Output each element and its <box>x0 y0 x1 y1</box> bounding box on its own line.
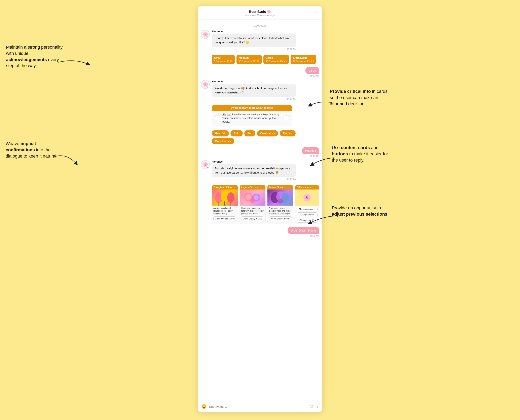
diff-recs-header: Different recs <box>295 185 319 189</box>
arrow-2 <box>308 98 334 109</box>
chat-window: Best Buds 🌸 last seen 45 minutes ago ···… <box>198 6 322 412</box>
size-card-small-title: Small <box>214 56 232 59</box>
size-card-xl-title: Extra Large <box>293 56 314 59</box>
svg-point-7 <box>246 194 251 200</box>
svg-point-10 <box>250 198 255 203</box>
online-dot-2 <box>207 86 209 88</box>
dream-svg <box>268 189 293 206</box>
product-card-love: Legacy Of Love Show how much you care wi… <box>239 185 266 224</box>
user-time-large: 11:17 AM <box>310 75 319 77</box>
theme-carousel-text: Elegant: Beautiful and enchanting medley… <box>222 113 282 124</box>
user-message-heartfelt: Heartfelt 11:19 AM <box>201 147 319 157</box>
size-cards: Small 5 flowers for $6.99 Medium 10 flow… <box>212 55 319 64</box>
bot-bubble-wrap-2: Florence Wonderful, large it is 💐! And w… <box>212 80 296 100</box>
bot-message-3: 🌸 Florence Sounds lovely! Let me conjure… <box>201 160 319 180</box>
product-card-love-img <box>240 189 265 206</box>
svg-point-2 <box>227 192 235 203</box>
more-suggestions-button[interactable]: More suggestions <box>297 207 318 211</box>
product-card-tulips-desc: A warm selection of rainbow tulips. Happ… <box>212 206 238 217</box>
arrow-3 <box>54 153 78 167</box>
bot-avatar-3: 🌸 <box>201 160 210 169</box>
product-card-dream-img <box>268 189 293 206</box>
at-button[interactable]: @ <box>310 405 313 409</box>
bot-bubble-3: Sounds lovely! Let me conjure up some he… <box>212 164 296 177</box>
theme-next-button[interactable]: → <box>283 115 289 121</box>
chat-subtitle: last seen 45 minutes ago <box>245 14 275 17</box>
theme-btn-elegant[interactable]: Elegant <box>280 130 296 136</box>
product-card-dream-desc: A gorgeous, relaxing blend of irises and… <box>268 206 293 217</box>
annotation-acknowledgements: Maintain a strong personality with uniqu… <box>6 44 64 69</box>
theme-carousel-header: Swipe to learn more about themes <box>212 105 292 111</box>
order-tulips-button[interactable]: Order thoughtful tulips <box>213 217 236 221</box>
svg-point-14 <box>277 199 283 203</box>
theme-btn-fun[interactable]: Fun <box>244 130 256 136</box>
svg-rect-5 <box>230 202 231 206</box>
bot-bubble-1: Hooray! I'm excited to see what recs blo… <box>212 34 296 47</box>
bot-name-3: Florence <box>212 160 296 163</box>
size-card-large-title: Large <box>266 56 287 59</box>
user-bubble-large: Large <box>306 67 319 74</box>
arrow-5 <box>308 213 336 225</box>
send-button[interactable]: ▷ <box>316 404 319 409</box>
size-card-xl[interactable]: Extra Large 20 flowers for $19.99 <box>291 55 316 64</box>
user-bubble-heartfelt: Heartfelt <box>302 147 319 154</box>
bot-message-1: 🌸 Florence Hooray! I'm excited to see wh… <box>201 30 319 50</box>
emoji-button[interactable]: 😊 <box>201 404 207 409</box>
theme-carousel: Swipe to learn more about themes ← Elega… <box>212 105 292 126</box>
annotation-implicit: Weave implicit confirmations into the di… <box>6 141 62 159</box>
size-card-small-desc: 5 flowers for $6.99 <box>214 60 232 62</box>
product-card-tulips-img <box>212 189 238 206</box>
chat-header: Best Buds 🌸 last seen 45 minutes ago ··· <box>198 6 322 20</box>
size-card-large[interactable]: Large 15 flowers for $16.49 <box>263 55 289 64</box>
product-card-tulips-header: Thoughtful Tulips <box>212 185 238 189</box>
bot-name-2: Florence <box>212 80 296 83</box>
size-card-large-desc: 15 flowers for $16.49 <box>266 60 287 62</box>
annotation-critical-info: Provide critical info in cards so the us… <box>330 88 390 107</box>
user-bubble-wrap-large: Large 11:17 AM <box>306 67 319 77</box>
product-card-love-header: Legacy Of Love <box>240 185 265 189</box>
theme-desc: Beautiful and enchanting medleys for cla… <box>222 113 280 123</box>
theme-buttons: Heartfelt Bold Fun Celebratory Elegant M… <box>212 130 319 144</box>
msg-time-1: 11:15 AM <box>212 48 296 50</box>
theme-btn-celebratory[interactable]: Celebratory <box>257 130 278 136</box>
theme-btn-more[interactable]: More themes <box>212 138 234 144</box>
chat-menu-button[interactable]: ··· <box>314 10 318 15</box>
theme-label: Elegant <box>222 113 231 116</box>
size-card-medium-desc: 10 flowers for $11.99 <box>239 60 260 62</box>
messages-area: 12/09/2022 🌸 Florence Hooray! I'm excite… <box>198 20 322 401</box>
date-divider: 12/09/2022 <box>201 24 319 27</box>
annotation-adjust: Provide an opportunity to adjust previou… <box>332 205 392 218</box>
chat-input-bar: 😊 @ ▷ <box>198 401 322 412</box>
svg-rect-3 <box>218 202 219 206</box>
svg-rect-4 <box>224 201 225 206</box>
size-card-small[interactable]: Small 5 flowers for $6.99 <box>212 55 235 64</box>
online-dot-3 <box>207 166 209 168</box>
bot-bubble-wrap-1: Florence Hooray! I'm excited to see what… <box>212 30 296 50</box>
size-card-medium[interactable]: Medium 10 flowers for $11.99 <box>237 55 262 64</box>
theme-prev-button[interactable]: ← <box>215 115 220 121</box>
product-cards: Thoughtful Tulips A warm selection of ra… <box>212 185 319 224</box>
product-card-dream-header: Dream Bloom <box>268 185 293 189</box>
chat-header-center: Best Buds 🌸 last seen 45 minutes ago <box>245 10 275 17</box>
product-card-dream: Dream Bloom A gorgeous, relaxing blend o… <box>267 185 293 224</box>
product-card-love-desc: Show how much you care with this collect… <box>240 206 265 217</box>
user-message-large: Large 11:17 AM <box>201 67 319 77</box>
bot-message-2: 🌸 Florence Wonderful, large it is 💐! And… <box>201 80 319 100</box>
order-dream-button[interactable]: Order Dream Bloom <box>269 217 292 221</box>
chat-input[interactable] <box>209 405 307 408</box>
annotation-content-cards: Use content cards and buttons to make it… <box>332 145 392 163</box>
msg-time-2: 11:17 AM <box>212 98 296 100</box>
online-dot <box>207 36 209 38</box>
user-bubble-wrap-order: Order Dream Bloom 11:32 AM <box>288 227 319 237</box>
user-message-order: Order Dream Bloom 11:32 AM <box>201 227 319 237</box>
bot-avatar-1: 🌸 <box>201 30 210 39</box>
tulips-svg <box>212 189 238 206</box>
theme-btn-heartfelt[interactable]: Heartfelt <box>212 130 229 136</box>
bot-bubble-wrap-3: Florence Sounds lovely! Let me conjure u… <box>212 160 296 180</box>
bot-avatar-2: 🌸 <box>201 80 210 89</box>
diff-recs-img: 🌸 <box>295 189 319 206</box>
theme-btn-bold[interactable]: Bold <box>230 130 243 136</box>
size-card-xl-desc: 20 flowers for $19.99 <box>293 60 314 62</box>
order-love-button[interactable]: Order Legacy of Love <box>241 217 264 221</box>
user-time-order: 11:32 AM <box>310 235 319 237</box>
